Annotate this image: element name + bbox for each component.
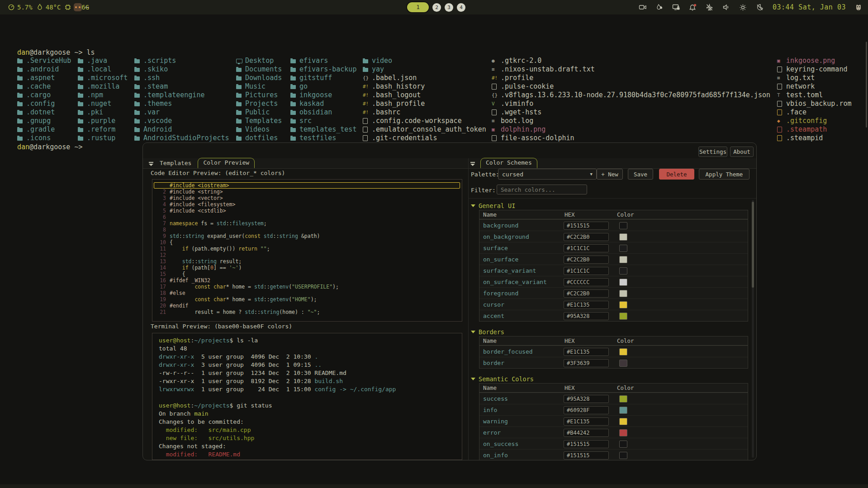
file-column: DesktopDocumentsDownloadsMusicPicturesPr… xyxy=(236,57,282,142)
save-button[interactable]: Save xyxy=(628,169,653,180)
hex-input[interactable]: #95A328 xyxy=(564,312,609,320)
workspace-dot-3[interactable]: 3 xyxy=(445,3,453,12)
terminal-line: user@host:~/projects$ ls -la xyxy=(152,336,462,345)
hex-input[interactable]: #3F3639 xyxy=(564,359,609,367)
color-swatch[interactable] xyxy=(619,348,627,355)
collapse-panel-icon[interactable] xyxy=(149,162,153,166)
desktop-terminal[interactable]: dan@darkgoose ~> ls .ServiceHub.android.… xyxy=(0,14,868,141)
color-swatch[interactable] xyxy=(619,395,627,403)
color-swatch[interactable] xyxy=(619,313,627,320)
night-light-off-icon[interactable] xyxy=(756,3,764,11)
new-palette-button[interactable]: + New xyxy=(597,169,623,180)
tray-owl-icon[interactable] xyxy=(854,3,863,11)
palette-select[interactable]: cursed ▼ xyxy=(498,169,597,180)
hex-input[interactable]: #B44242 xyxy=(564,429,609,437)
color-swatch[interactable] xyxy=(619,233,627,241)
clock[interactable]: 03:44 Sat, Jan 03 xyxy=(773,3,846,11)
color-swatch[interactable] xyxy=(619,267,627,275)
file-name: go xyxy=(299,82,308,91)
color-swatch[interactable] xyxy=(619,301,627,308)
delete-button[interactable]: Delete xyxy=(659,169,694,180)
section-title: Semantic Colors xyxy=(479,375,534,383)
color-swatch[interactable] xyxy=(619,290,627,297)
volume-icon[interactable] xyxy=(722,3,730,11)
color-swatch[interactable] xyxy=(619,452,627,459)
airplane-off-icon[interactable] xyxy=(706,3,714,11)
file-item: efivars xyxy=(290,57,356,65)
section-header-borders[interactable]: Borders xyxy=(471,328,749,336)
hex-input[interactable]: #151515 xyxy=(564,451,609,460)
terminal-line: Changes not staged: xyxy=(152,442,462,450)
hex-input[interactable]: #CCCCCC xyxy=(564,278,609,286)
color-swatch[interactable] xyxy=(619,360,627,367)
apply-theme-button[interactable]: Apply Theme xyxy=(699,169,749,180)
color-swatch[interactable] xyxy=(619,429,627,436)
code-line: 21 result = home ? std::string(home) : "… xyxy=(152,309,462,315)
section-header-semantic-colors[interactable]: Semantic Colors xyxy=(471,375,749,383)
file-name: .pki xyxy=(87,108,103,117)
color-swatch[interactable] xyxy=(619,222,627,229)
hex-input[interactable]: #60928F xyxy=(564,406,609,414)
hex-input[interactable]: #151515 xyxy=(564,222,609,230)
file-icon xyxy=(777,84,784,90)
workspace-pill-active[interactable]: 1 xyxy=(407,2,429,12)
file-name: vbios_backup.rom xyxy=(786,99,852,108)
file-name: Projects xyxy=(245,99,278,108)
folder-icon xyxy=(17,58,24,63)
color-swatch[interactable] xyxy=(619,441,627,448)
hex-input[interactable]: #E1C135 xyxy=(564,301,609,309)
code-line: 11 if (path.empty()) return ""; xyxy=(152,246,462,252)
hex-input[interactable]: #C2C2B0 xyxy=(564,233,609,241)
color-swatch[interactable] xyxy=(619,418,627,425)
bell-icon[interactable] xyxy=(689,3,697,11)
code-text: #include <filesystem> xyxy=(170,201,235,208)
line-number: 2 xyxy=(154,189,166,195)
scrollbar-thumb[interactable] xyxy=(752,202,754,288)
file-item: .vscode xyxy=(134,117,229,125)
about-button[interactable]: About xyxy=(730,147,754,157)
file-name: .reform xyxy=(87,125,115,134)
chip-icon xyxy=(64,3,72,11)
workspace-dot-2[interactable]: 2 xyxy=(432,3,441,12)
file-name: dotfiles xyxy=(245,134,278,142)
file-name: .gradle xyxy=(26,125,55,134)
code-text: #include <iostream> xyxy=(170,182,229,189)
terminal-preview-label: Terminal Preview: (base00-base0F colors) xyxy=(151,323,292,330)
hex-input[interactable]: #1C1C1C xyxy=(564,267,609,275)
hex-input[interactable]: #E1C135 xyxy=(564,417,609,426)
section-header-general-ui[interactable]: General UI xyxy=(471,202,749,209)
folder-icon xyxy=(78,93,85,98)
workspace-dot-4[interactable]: 4 xyxy=(457,3,465,12)
hex-input[interactable]: #E1C135 xyxy=(564,348,609,356)
hex-input[interactable]: #151515 xyxy=(564,440,609,448)
collapse-panel-icon[interactable] xyxy=(470,162,475,166)
color-name: error xyxy=(479,429,564,436)
tab-color-schemes[interactable]: Color Schemes xyxy=(480,158,537,168)
screen-lock-icon[interactable] xyxy=(672,3,680,11)
file-item: Videos xyxy=(236,125,282,134)
color-name: foreground xyxy=(479,290,564,297)
code-text: const char* home = std::getenv("USERPROF… xyxy=(170,284,339,290)
color-name: on_surface xyxy=(479,256,564,263)
tab-color-preview[interactable]: Color Preview xyxy=(198,158,255,168)
color-swatch[interactable] xyxy=(619,279,627,286)
file-name: src xyxy=(299,117,312,125)
filter-input[interactable] xyxy=(497,185,587,194)
hex-input[interactable]: #1C1C1C xyxy=(564,244,609,252)
brightness-icon[interactable] xyxy=(739,3,747,11)
hex-input[interactable]: #C2C2B0 xyxy=(564,289,609,298)
color-swatch[interactable] xyxy=(619,407,627,414)
image-icon: ▣ xyxy=(777,57,784,65)
table-row: foreground#C2C2B0 xyxy=(479,287,748,298)
app-indicator[interactable]: ~ xyxy=(74,0,89,14)
color-name: cursor xyxy=(479,301,564,308)
terminal-scrollbar[interactable] xyxy=(866,42,867,128)
tab-templates[interactable]: Templates xyxy=(160,160,191,168)
fire-icon[interactable] xyxy=(655,3,664,11)
hex-input[interactable]: #C2C2B0 xyxy=(564,256,609,264)
hex-input[interactable]: #95A328 xyxy=(564,395,609,403)
settings-button[interactable]: Settings xyxy=(698,147,727,157)
color-swatch[interactable] xyxy=(619,256,627,263)
screen-record-icon[interactable] xyxy=(639,3,647,11)
color-swatch[interactable] xyxy=(619,245,627,252)
